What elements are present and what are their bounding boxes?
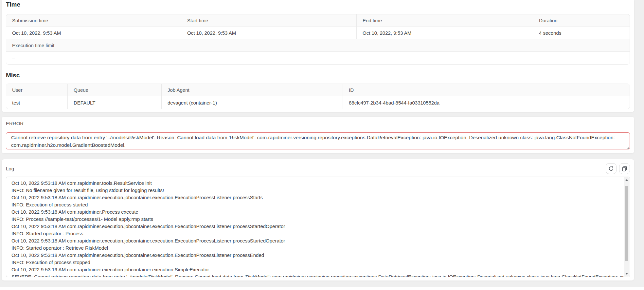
scrollbar-down-arrow[interactable] [624, 271, 629, 277]
column-header-queue: Queue [68, 84, 162, 96]
time-table-header-row: Submission time Start time End time Dura… [6, 14, 630, 27]
column-header-user: User [6, 84, 68, 96]
error-card: ERROR Cannot retrieve repository data fr… [2, 117, 634, 153]
scrollbar-up-arrow[interactable] [624, 177, 629, 183]
log-output[interactable]: Oct 10, 2022 9:53:18 AM com.rapidminer.t… [6, 177, 630, 277]
execution-time-limit-value-row: – [6, 52, 630, 64]
job-agent-value: devagent (container-1) [162, 96, 343, 109]
time-table: Submission time Start time End time Dura… [6, 14, 630, 65]
column-header-id: ID [343, 84, 630, 96]
up-triangle-icon [625, 179, 628, 181]
error-label: ERROR [6, 121, 630, 126]
execution-time-limit-value: – [6, 52, 630, 64]
time-table-value-row: Oct 10, 2022, 9:53 AM Oct 10, 2022, 9:53… [6, 27, 630, 39]
end-time-value: Oct 10, 2022, 9:53 AM [357, 27, 533, 39]
submission-time-value: Oct 10, 2022, 9:53 AM [6, 27, 181, 39]
error-message-textarea[interactable]: Cannot retrieve repository data from ent… [6, 132, 630, 149]
log-scrollbar[interactable] [624, 177, 629, 277]
log-header: Log [6, 163, 630, 174]
time-misc-card: Time Submission time Start time End time… [2, 0, 634, 112]
column-header-end-time: End time [357, 14, 533, 27]
log-content: Oct 10, 2022 9:53:18 AM com.rapidminer.t… [6, 177, 624, 277]
start-time-value: Oct 10, 2022, 9:53 AM [181, 27, 357, 39]
job-id-value: 88cfc497-2b34-4bad-8544-fa03310552da [343, 96, 630, 109]
misc-table: User Queue Job Agent ID test DEFAULT dev… [6, 84, 630, 109]
down-triangle-icon [625, 273, 628, 275]
copy-icon [622, 166, 627, 171]
refresh-icon [608, 166, 614, 171]
queue-value: DEFAULT [68, 96, 162, 109]
scrollbar-thumb[interactable] [625, 186, 628, 261]
user-value: test [6, 96, 68, 109]
column-header-submission-time: Submission time [6, 14, 181, 27]
duration-value: 4 seconds [533, 27, 630, 39]
column-header-duration: Duration [533, 14, 630, 27]
log-card: Log [2, 159, 634, 280]
execution-time-limit-header-row: Execution time limit [6, 39, 630, 52]
refresh-log-button[interactable] [606, 163, 617, 174]
misc-table-value-row: test DEFAULT devagent (container-1) 88cf… [6, 96, 630, 109]
copy-log-button[interactable] [619, 163, 630, 174]
misc-section-title: Misc [6, 72, 630, 79]
time-section-title: Time [6, 1, 630, 8]
column-header-start-time: Start time [181, 14, 357, 27]
log-label: Log [6, 166, 14, 172]
column-header-job-agent: Job Agent [162, 84, 343, 96]
column-header-execution-time-limit: Execution time limit [6, 39, 630, 52]
log-actions [606, 163, 630, 174]
page-background: Time Submission time Start time End time… [0, 0, 644, 287]
misc-table-header-row: User Queue Job Agent ID [6, 84, 630, 96]
